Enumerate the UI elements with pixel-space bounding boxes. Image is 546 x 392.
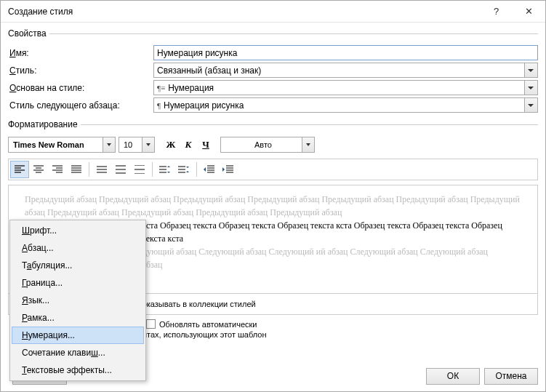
name-label: Имя: — [8, 48, 153, 58]
style-type-label: Стиль: — [8, 65, 153, 76]
next-style-label: Стиль следующего абзаца: — [8, 100, 153, 111]
align-justify-button[interactable] — [67, 161, 86, 178]
based-on-label: Основан на стиле: — [8, 83, 153, 93]
style-type-combo[interactable]: Связанный (абзац и знак) — [153, 63, 538, 78]
titlebar: Создание стиля ? ✕ — [1, 1, 545, 23]
menu-border[interactable]: Граница... — [12, 274, 144, 292]
menu-shortcut[interactable]: Сочетание клавиш... — [12, 344, 144, 361]
menu-tabs[interactable]: Табуляция... — [12, 257, 144, 274]
font-toolbar: Times New Roman 10 Ж К Ч Авто — [8, 137, 538, 153]
bold-button[interactable]: Ж — [162, 137, 180, 153]
paragraph-toolbar — [8, 159, 538, 180]
menu-font[interactable]: Шрифт... — [12, 222, 144, 239]
style-type-value: Связанный (абзац и знак) — [157, 65, 261, 76]
linespacing-2-button[interactable] — [130, 161, 149, 178]
properties-legend: Свойства — [8, 28, 49, 39]
indent-increase-button[interactable] — [219, 161, 238, 178]
menu-texteffects[interactable]: Текстовые эффекты... — [12, 361, 144, 379]
ok-button[interactable]: ОК — [426, 368, 480, 385]
properties-group: Свойства Имя: Стиль: Связанный (абзац и … — [8, 28, 538, 115]
name-input[interactable] — [153, 45, 538, 60]
align-left-button[interactable] — [10, 161, 29, 178]
linespacing-15-button[interactable] — [111, 161, 130, 178]
next-style-value: Нумерация рисунка — [164, 100, 244, 111]
preview-prev: Предыдущий абзац Предыдущий абзац Предыд… — [25, 193, 521, 219]
italic-button[interactable]: К — [180, 137, 197, 153]
spacing-decrease-button[interactable] — [174, 161, 193, 178]
menu-language[interactable]: Язык... — [12, 292, 144, 309]
newdocs-option[interactable]: овых документах, использующих этот шабло… — [95, 330, 538, 339]
align-right-button[interactable] — [48, 161, 67, 178]
indent-decrease-button[interactable] — [200, 161, 219, 178]
based-on-value: Нумерация — [168, 83, 214, 93]
window-title: Создание стиля — [8, 7, 480, 17]
cancel-button[interactable]: Отмена — [484, 368, 538, 385]
spacing-increase-button[interactable] — [156, 161, 174, 178]
next-style-combo[interactable]: ¶ Нумерация рисунка — [153, 97, 538, 113]
checkbox-icon — [146, 319, 156, 329]
based-on-combo[interactable]: ¶≡ Нумерация — [153, 80, 538, 95]
menu-frame[interactable]: Рамка... — [12, 309, 144, 327]
font-size-combo[interactable]: 10 — [119, 137, 155, 153]
font-color-combo[interactable]: Авто — [220, 137, 315, 153]
help-button[interactable]: ? — [480, 1, 513, 23]
align-center-button[interactable] — [29, 161, 48, 178]
paragraph-icon: ¶≡ — [157, 84, 165, 92]
font-family-combo[interactable]: Times New Roman — [8, 137, 116, 153]
menu-numbering[interactable]: Нумерация... — [12, 327, 144, 344]
menu-paragraph[interactable]: Абзац... — [12, 239, 144, 257]
autoupdate-option[interactable]: Обновлять автоматически — [146, 319, 538, 329]
format-menu: Шрифт... Абзац... Табуляция... Граница..… — [9, 220, 146, 381]
dialog-window: Создание стиля ? ✕ Свойства Имя: Стиль: … — [0, 0, 546, 392]
paragraph-icon: ¶ — [157, 101, 161, 110]
underline-button[interactable]: Ч — [197, 137, 214, 153]
formatting-legend: Форматирование — [8, 119, 81, 129]
close-button[interactable]: ✕ — [513, 1, 545, 23]
linespacing-1-button[interactable] — [92, 161, 111, 178]
